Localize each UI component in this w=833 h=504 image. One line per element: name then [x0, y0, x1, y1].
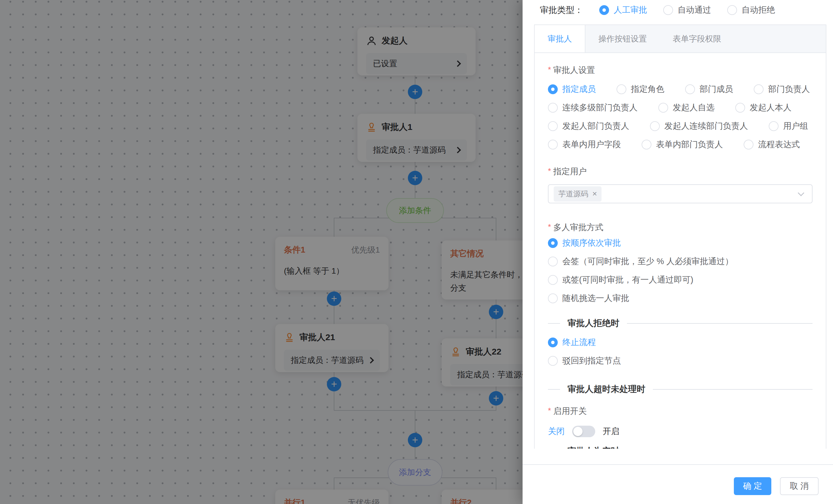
multi-approve-options: 按顺序依次审批 会签（可同时审批，至少 % 人必须审批通过） 或签(可同时审批，… [548, 238, 812, 304]
radio-icon [735, 103, 745, 112]
approver-setting-label: 审批人设置 [553, 66, 595, 75]
enable-toggle[interactable] [572, 426, 595, 437]
radio-label: 指定成员 [562, 83, 596, 95]
radio-icon [685, 84, 695, 94]
option-dept-leader[interactable]: 部门负责人 [754, 83, 810, 95]
approver-setting-row3: 发起人部门负责人 发起人连续部门负责人 用户组 [548, 121, 812, 131]
radio-label: 自动拒绝 [742, 4, 775, 16]
approver-config-panel: 审批类型： 人工审批 自动通过 自动拒绝 审批人 操作按钮设置 表单字段权限 [523, 0, 833, 504]
settings-tab-card: 审批人 操作按钮设置 表单字段权限 *审批人设置 指定成员 指定角色 部门成员 … [534, 24, 826, 449]
radio-icon [599, 5, 609, 15]
option-random-one[interactable]: 随机挑选一人审批 [548, 293, 812, 304]
radio-label: 按顺序依次审批 [562, 237, 621, 249]
timeout-section-title: 审批人超时未处理时 [568, 383, 645, 395]
radio-label: 发起人连续部门负责人 [664, 120, 748, 132]
radio-label: 用户组 [783, 120, 808, 132]
radio-label: 随机挑选一人审批 [562, 293, 629, 304]
option-sequential-approve[interactable]: 按顺序依次审批 [548, 238, 812, 248]
radio-label: 表单内用户字段 [562, 139, 621, 150]
reject-options: 终止流程 驳回到指定节点 [548, 337, 812, 366]
option-user-group[interactable]: 用户组 [769, 120, 808, 132]
radio-icon [548, 238, 558, 248]
option-initiator-choose[interactable]: 发起人自选 [658, 102, 715, 114]
switch-on-label: 开启 [603, 426, 619, 437]
enable-switch-label: 启用开关 [553, 406, 587, 415]
approver-setting-row2: 连续多级部门负责人 发起人自选 发起人本人 [548, 103, 812, 113]
radio-icon [727, 5, 737, 15]
option-or-sign[interactable]: 或签(可同时审批，有一人通过即可) [548, 275, 812, 285]
radio-icon [548, 103, 558, 112]
radio-label: 发起人本人 [750, 102, 791, 114]
empty-section-title: 审批人为空时 [568, 445, 619, 449]
option-terminate-process[interactable]: 终止流程 [548, 337, 812, 348]
option-initiator-dept-leader[interactable]: 发起人部门负责人 [548, 120, 629, 132]
approval-type-row: 审批类型： 人工审批 自动通过 自动拒绝 [540, 3, 775, 17]
option-initiator-multi-dept-leader[interactable]: 发起人连续部门负责人 [650, 120, 748, 132]
radio-label: 部门负责人 [768, 83, 810, 95]
remove-tag-icon[interactable]: × [592, 190, 597, 198]
assign-user-label-row: *指定用户 [548, 166, 812, 177]
radio-icon [617, 84, 626, 94]
assign-user-label: 指定用户 [553, 167, 587, 176]
required-mark: * [548, 167, 551, 175]
tab-approver[interactable]: 审批人 [535, 25, 586, 52]
option-specified-role[interactable]: 指定角色 [617, 83, 664, 95]
radio-label: 表单内部门负责人 [656, 139, 723, 150]
radio-icon [744, 140, 754, 149]
radio-label: 指定角色 [631, 83, 664, 95]
required-mark: * [548, 406, 551, 415]
multi-approve-label-row: *多人审批方式 [548, 222, 812, 233]
option-process-expression[interactable]: 流程表达式 [744, 139, 800, 150]
tab-body: *审批人设置 指定成员 指定角色 部门成员 部门负责人 连续多级部门负责人 发起… [535, 65, 826, 449]
option-dept-member[interactable]: 部门成员 [685, 83, 733, 95]
radio-label: 自动通过 [677, 4, 711, 16]
radio-icon [658, 103, 668, 112]
radio-label: 会签（可同时审批，至少 % 人必须审批通过） [562, 256, 733, 267]
approval-flow-designer: 发起人 已设置 + 审批人1 指定成员：芋道源码 + 添 [0, 0, 833, 504]
radio-icon [548, 257, 558, 267]
multi-approve-label: 多人审批方式 [553, 223, 603, 232]
radio-label: 驳回到指定节点 [562, 355, 621, 367]
timeout-section-divider: 审批人超时未处理时 [548, 383, 812, 395]
radio-label: 部门成员 [699, 83, 733, 95]
assign-user-select[interactable]: 芋道源码 × [548, 184, 812, 203]
empty-section-divider: 审批人为空时 [548, 445, 812, 449]
radio-icon [754, 84, 764, 94]
option-multi-level-dept-leader[interactable]: 连续多级部门负责人 [548, 102, 638, 114]
option-form-user-field[interactable]: 表单内用户字段 [548, 139, 621, 150]
approval-type-auto-reject[interactable]: 自动拒绝 [727, 4, 775, 16]
enable-switch-label-row: *启用开关 [548, 405, 812, 417]
reject-section-title: 审批人拒绝时 [568, 318, 619, 329]
confirm-button[interactable]: 确 定 [734, 477, 771, 495]
approver-setting-row4: 表单内用户字段 表单内部门负责人 流程表达式 [548, 140, 812, 150]
option-return-to-node[interactable]: 驳回到指定节点 [548, 356, 812, 366]
approval-type-label: 审批类型： [540, 4, 583, 16]
tab-form-field-permissions[interactable]: 表单字段权限 [660, 25, 734, 52]
approval-type-auto-pass[interactable]: 自动通过 [663, 4, 711, 16]
panel-footer: 确 定 取 消 [523, 464, 833, 504]
enable-switch-row: 关闭 开启 [548, 425, 812, 438]
option-initiator-self[interactable]: 发起人本人 [735, 102, 791, 114]
radio-label: 或签(可同时审批，有一人通过即可) [562, 274, 693, 286]
option-form-dept-leader[interactable]: 表单内部门负责人 [642, 139, 723, 150]
switch-off-label: 关闭 [548, 426, 565, 437]
option-specified-member[interactable]: 指定成员 [548, 83, 596, 95]
user-tag-text: 芋道源码 [558, 189, 588, 199]
radio-label: 人工审批 [614, 4, 647, 16]
option-countersign[interactable]: 会签（可同时审批，至少 % 人必须审批通过） [548, 256, 812, 267]
radio-icon [548, 84, 558, 94]
radio-icon [663, 5, 673, 15]
radio-icon [548, 337, 558, 347]
radio-icon [548, 275, 558, 285]
approval-type-manual[interactable]: 人工审批 [599, 4, 647, 16]
tab-button-settings[interactable]: 操作按钮设置 [586, 25, 660, 52]
radio-icon [548, 356, 558, 366]
radio-icon [548, 121, 558, 131]
approver-setting-row1: 指定成员 指定角色 部门成员 部门负责人 [548, 84, 812, 95]
reject-section-divider: 审批人拒绝时 [548, 318, 812, 329]
radio-icon [642, 140, 651, 149]
cancel-button[interactable]: 取 消 [780, 477, 818, 495]
tab-bar: 审批人 操作按钮设置 表单字段权限 [535, 25, 826, 53]
approver-setting-label-row: *审批人设置 [548, 65, 812, 76]
user-tag: 芋道源码 × [554, 186, 601, 202]
